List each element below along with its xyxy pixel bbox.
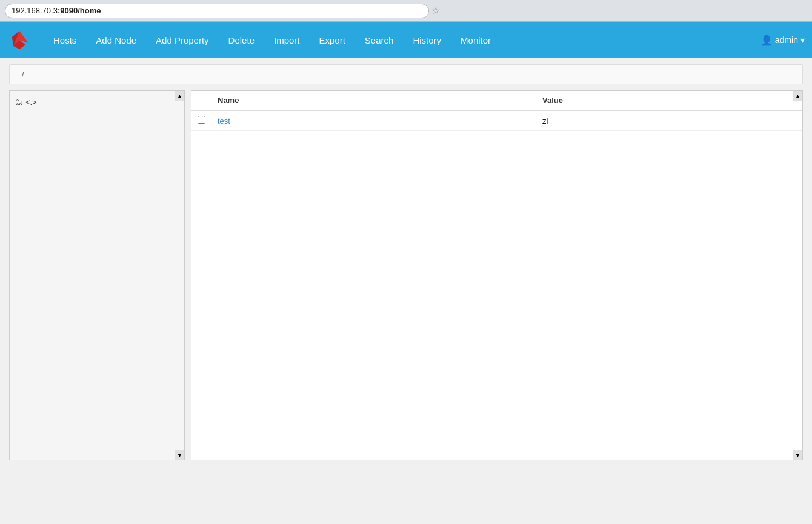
nav-history[interactable]: History xyxy=(403,22,451,58)
browser-bar: 192.168.70.3:9090/home ☆ xyxy=(0,0,812,22)
row-checkbox-cell xyxy=(191,110,211,131)
table-panel: ▲ Name Value testzl ▼ xyxy=(191,90,803,460)
data-table: Name Value testzl xyxy=(191,91,802,131)
breadcrumb-path: / xyxy=(22,70,24,79)
main-content: ▲ 🗂 <.> ▼ ▲ Name Value xyxy=(9,90,803,460)
nav-import[interactable]: Import xyxy=(264,22,310,58)
address-host: 192.168.70.3 xyxy=(12,6,58,15)
tree-scroll-down[interactable]: ▼ xyxy=(175,450,184,460)
tree-content: 🗂 <.> xyxy=(10,91,184,113)
table-body: testzl xyxy=(191,110,802,131)
admin-label: admin xyxy=(775,35,798,45)
address-text: 192.168.70.3:9090/home xyxy=(12,6,101,15)
nav-add-node[interactable]: Add Node xyxy=(86,22,146,58)
col-header-value: Value xyxy=(536,91,802,110)
address-bar[interactable]: 192.168.70.3:9090/home xyxy=(5,4,429,18)
table-header: Name Value xyxy=(191,91,802,110)
nav-right: 👤 admin ▾ xyxy=(760,35,805,46)
logo xyxy=(7,28,32,52)
col-header-checkbox xyxy=(191,91,211,110)
nav-hosts[interactable]: Hosts xyxy=(44,22,86,58)
scroll-up-icon: ▲ xyxy=(177,93,183,99)
table-scroll-down[interactable]: ▼ xyxy=(793,450,802,460)
header-row: Name Value xyxy=(191,91,802,110)
user-icon: 👤 xyxy=(760,35,773,46)
navbar: Hosts Add Node Add Property Delete Impor… xyxy=(0,22,812,58)
table-scroll-down-icon: ▼ xyxy=(795,452,801,458)
admin-dropdown[interactable]: 👤 admin ▾ xyxy=(760,35,805,46)
table-scroll-up-icon: ▲ xyxy=(795,93,801,99)
tree-node-root[interactable]: 🗂 <.> xyxy=(15,96,179,108)
logo-icon xyxy=(7,28,32,52)
row-value-cell: zl xyxy=(536,110,802,131)
address-path: :9090/home xyxy=(58,6,101,15)
breadcrumb: / xyxy=(9,64,803,84)
row-checkbox[interactable] xyxy=(198,116,205,124)
nav-monitor[interactable]: Monitor xyxy=(451,22,501,58)
nav-export[interactable]: Export xyxy=(309,22,354,58)
nav-add-property[interactable]: Add Property xyxy=(146,22,219,58)
scroll-down-icon: ▼ xyxy=(177,452,183,458)
col-header-name: Name xyxy=(211,91,536,110)
row-name-cell: test xyxy=(211,110,536,131)
bookmark-icon[interactable]: ☆ xyxy=(431,5,440,16)
folder-icon: 🗂 xyxy=(15,97,23,107)
nav-links: Hosts Add Node Add Property Delete Impor… xyxy=(44,22,760,58)
nav-delete[interactable]: Delete xyxy=(219,22,264,58)
tree-node-label: <.> xyxy=(25,98,37,107)
tree-scroll-up[interactable]: ▲ xyxy=(175,91,184,101)
dropdown-arrow-icon: ▾ xyxy=(800,35,805,45)
row-name-link[interactable]: test xyxy=(218,116,230,126)
nav-search[interactable]: Search xyxy=(355,22,404,58)
tree-panel: ▲ 🗂 <.> ▼ xyxy=(9,90,185,460)
table-row: testzl xyxy=(191,110,802,131)
table-scroll-up[interactable]: ▲ xyxy=(793,91,802,101)
